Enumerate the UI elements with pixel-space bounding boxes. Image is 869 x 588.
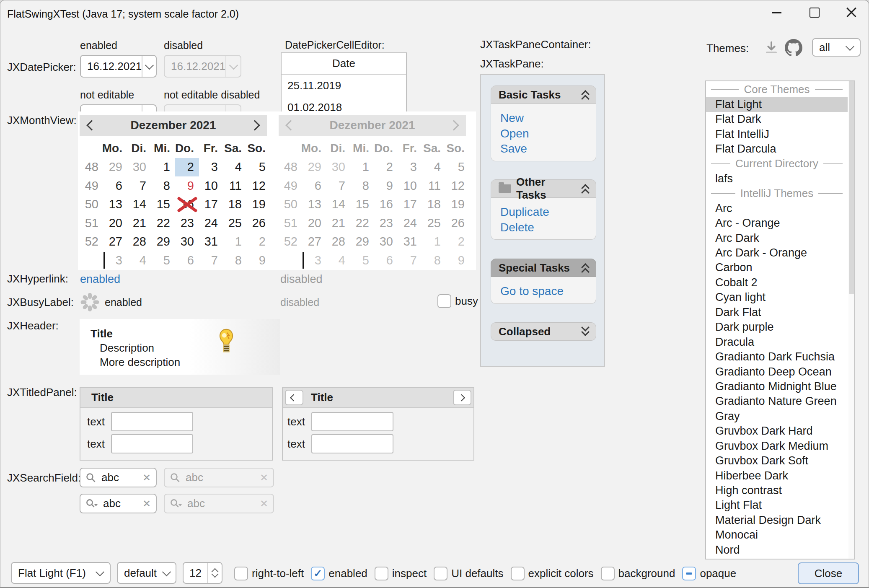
task-link-open[interactable]: Open xyxy=(500,126,596,142)
day-cell[interactable]: 25 xyxy=(223,214,247,233)
theme-item-dracula[interactable]: Dracula xyxy=(706,334,848,349)
day-cell[interactable]: 8 xyxy=(223,251,247,270)
theme-item-light-flat[interactable]: Light Flat xyxy=(706,498,848,513)
day-cell[interactable]: 22 xyxy=(151,214,175,233)
clear-icon[interactable]: ✕ xyxy=(142,498,151,510)
day-cell[interactable]: 29 xyxy=(103,158,127,177)
checkbox-box[interactable] xyxy=(434,567,447,580)
theme-item-arc-dark[interactable]: Arc Dark xyxy=(706,231,848,245)
task-link-new[interactable]: New xyxy=(500,111,596,126)
day-cell[interactable]: 9 xyxy=(175,176,199,195)
task-link-delete[interactable]: Delete xyxy=(500,220,596,236)
checkbox-inspect[interactable]: inspect xyxy=(375,567,427,580)
day-cell[interactable]: 5 xyxy=(247,158,271,177)
checkbox-ui-defaults[interactable]: UI defaults xyxy=(434,567,503,580)
next-month-icon[interactable] xyxy=(249,120,260,130)
theme-item-high-contrast[interactable]: High contrast xyxy=(706,483,848,498)
day-cell[interactable]: 28 xyxy=(127,233,151,251)
monthview-enabled[interactable]: Dezember 2021Mo.Di.Mi.Do.Fr.Sa.So.482930… xyxy=(78,111,277,270)
day-cell[interactable]: 6 xyxy=(175,251,199,270)
font-size-value[interactable]: 12 xyxy=(184,567,207,580)
download-icon[interactable] xyxy=(763,40,780,56)
day-cell[interactable]: 10 xyxy=(199,176,223,195)
theme-item-flat-intellij[interactable]: Flat IntelliJ xyxy=(706,127,848,141)
theme-item-gruvbox-dark-soft[interactable]: Gruvbox Dark Soft xyxy=(706,453,848,468)
scrollbar-thumb[interactable] xyxy=(849,81,854,294)
day-cell[interactable]: 19 xyxy=(247,195,271,214)
task-link-save[interactable]: Save xyxy=(500,141,596,157)
day-cell[interactable]: 31 xyxy=(199,233,223,251)
checkbox-explicit-colors[interactable]: explicit colors xyxy=(511,567,594,580)
datepicker-enabled[interactable]: 16.12.2021 xyxy=(80,55,157,78)
checkbox-box[interactable] xyxy=(234,567,248,580)
theme-item-dark-purple[interactable]: Dark purple xyxy=(706,320,848,334)
prev-month-icon[interactable] xyxy=(86,120,97,130)
font-size-spinner[interactable]: 12 xyxy=(183,562,222,584)
day-cell[interactable]: 3 xyxy=(103,251,127,270)
day-cell[interactable]: 18 xyxy=(223,195,247,214)
titledpanel-next-button[interactable] xyxy=(453,390,471,405)
day-cell[interactable]: 23 xyxy=(175,214,199,233)
theme-item-hiberbee-dark[interactable]: Hiberbee Dark xyxy=(706,468,848,483)
lookandfeel-combo[interactable]: Flat Light (F1) xyxy=(11,562,111,584)
search-input[interactable]: abc xyxy=(101,471,137,484)
day-cell[interactable]: 4 xyxy=(223,158,247,177)
day-cell[interactable]: 30 xyxy=(127,158,151,177)
day-cell[interactable]: 3 xyxy=(199,158,223,177)
checkbox-box[interactable] xyxy=(511,567,525,580)
theme-item-cobalt-2[interactable]: Cobalt 2 xyxy=(706,275,848,290)
datepicker-enabled-arrow-button[interactable] xyxy=(142,56,156,77)
text-input[interactable] xyxy=(311,412,393,431)
day-cell[interactable]: 7 xyxy=(127,176,151,195)
taskpane-header[interactable]: Special Tasks xyxy=(491,259,596,277)
theme-item-gradianto-dark-fuchsia[interactable]: Gradianto Dark Fuchsia xyxy=(706,350,848,364)
text-input[interactable] xyxy=(311,434,393,453)
day-cell[interactable]: 8 xyxy=(151,176,175,195)
scale-combo[interactable]: default xyxy=(117,562,176,584)
day-cell[interactable]: 27 xyxy=(103,233,127,251)
checkbox-background[interactable]: background xyxy=(601,567,675,580)
maximize-button[interactable] xyxy=(801,3,828,22)
task-link-go-to-space[interactable]: Go to space xyxy=(500,284,596,299)
theme-item-gradianto-nature-green[interactable]: Gradianto Nature Green xyxy=(706,394,848,409)
checkbox-box[interactable]: ✓ xyxy=(311,567,325,580)
checkbox-box[interactable] xyxy=(375,567,388,580)
checkbox-box[interactable] xyxy=(437,294,451,308)
day-cell[interactable]: 2 xyxy=(247,233,271,251)
theme-item-arc-orange[interactable]: Arc - Orange xyxy=(706,216,848,231)
text-input[interactable] xyxy=(111,412,193,431)
theme-item-cyan-light[interactable]: Cyan light xyxy=(706,290,848,305)
day-cell[interactable]: 9 xyxy=(247,251,271,270)
theme-item-lafs[interactable]: lafs xyxy=(706,171,848,186)
theme-item-gray[interactable]: Gray xyxy=(706,409,848,424)
theme-item-flat-light[interactable]: Flat Light xyxy=(706,97,848,111)
task-link-duplicate[interactable]: Duplicate xyxy=(500,205,596,220)
day-cell[interactable]: 15 xyxy=(151,195,175,214)
day-cell[interactable]: 21 xyxy=(127,214,151,233)
day-cell[interactable]: 2 xyxy=(175,158,199,177)
day-cell[interactable]: 17 xyxy=(199,195,223,214)
day-cell[interactable]: 30 xyxy=(175,233,199,251)
day-cell[interactable]: 14 xyxy=(127,195,151,214)
expand-icon[interactable] xyxy=(582,327,588,336)
theme-item-flat-dark[interactable]: Flat Dark xyxy=(706,112,848,127)
theme-item-material-design-dark[interactable]: Material Design Dark xyxy=(706,513,848,528)
checkbox-box[interactable] xyxy=(601,567,615,580)
theme-item-dark-flat[interactable]: Dark Flat xyxy=(706,305,848,320)
taskpane-header[interactable]: Other Tasks xyxy=(491,179,596,198)
day-cell[interactable]: 12 xyxy=(247,176,271,195)
day-cell[interactable]: 29 xyxy=(151,233,175,251)
theme-item-monocai[interactable]: Monocai xyxy=(706,528,848,542)
day-cell[interactable]: 1 xyxy=(151,158,175,177)
theme-item-arc-dark-orange[interactable]: Arc Dark - Orange xyxy=(706,246,848,260)
theme-item-flat-darcula[interactable]: Flat Darcula xyxy=(706,142,848,156)
theme-item-arc[interactable]: Arc xyxy=(706,201,848,216)
day-cell[interactable]: 6 xyxy=(103,176,127,195)
theme-item-nord[interactable]: Nord xyxy=(706,543,848,557)
day-cell[interactable]: 5 xyxy=(151,251,175,270)
theme-item-gruvbox-dark-hard[interactable]: Gruvbox Dark Hard xyxy=(706,424,848,438)
taskpane-header[interactable]: Collapsed xyxy=(491,322,596,341)
day-cell[interactable]: 20 xyxy=(103,214,127,233)
celleditor-table[interactable]: Date 25.11.2019 01.02.2018 xyxy=(281,52,407,118)
day-cell[interactable]: 26 xyxy=(247,214,271,233)
